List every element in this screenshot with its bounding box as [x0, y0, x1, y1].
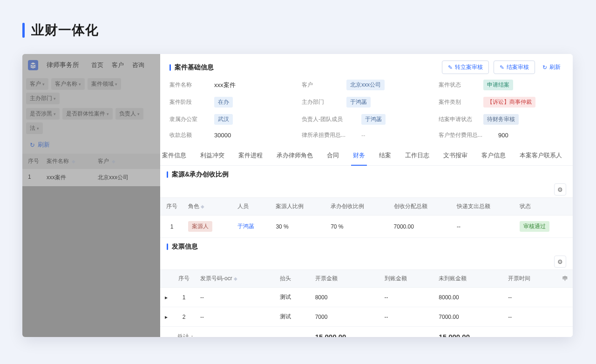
inv-cell-invno: --: [196, 307, 275, 327]
ratio-th-handle: 承办创收比例: [326, 198, 389, 216]
inv-cell-invno: --: [196, 288, 275, 307]
inv-cell-unreceived: 7000.00: [434, 307, 503, 327]
nav-customer[interactable]: 客户: [112, 61, 124, 69]
ratio-cell-role: 案源人: [188, 221, 212, 232]
inv-th-expand: [160, 270, 172, 288]
brand-name: 律师事务所: [47, 61, 79, 69]
inv-th-seq: 序号: [172, 270, 196, 288]
section-title-basic: 案件基础信息: [169, 63, 214, 72]
left-refresh-label: 刷新: [38, 141, 50, 149]
label-office: 隶属办公室: [169, 115, 206, 123]
val-dept[interactable]: 于鸿菡: [346, 97, 371, 108]
sort-icon: ◆: [201, 204, 204, 209]
gear-icon: ⚙: [557, 186, 563, 193]
right-panel: 案件基础信息 ✎ 转立案审核 ✎ 结案审核 ↻ 刷新: [160, 54, 573, 337]
val-total-recv: 30000: [214, 132, 231, 139]
ratio-th-role[interactable]: 角色◆: [183, 198, 233, 216]
tabs-row: 案件信息 利益冲突 案件进程 承办律师角色 合同 财务 结案 工作日志 文书报审…: [160, 146, 573, 166]
mini-th-cust[interactable]: 客户◆: [98, 157, 155, 165]
mini-table-row[interactable]: 1 xxx案件 北京xxx公司: [22, 169, 160, 186]
tab-worklog[interactable]: 工作日志: [403, 146, 431, 165]
close-review-button[interactable]: ✎ 结案审核: [494, 61, 535, 74]
val-category: 【诉讼】商事仲裁: [483, 97, 535, 108]
sort-icon: ◆: [112, 159, 115, 164]
inv-total-received: --: [380, 327, 434, 337]
ratio-cell-seq: 1: [160, 216, 183, 238]
ratio-cell-status: 审核通过: [520, 221, 549, 232]
tab-doc-review[interactable]: 文书报审: [441, 146, 469, 165]
sort-icon: ◆: [72, 159, 75, 164]
ratio-cell-src: 30 %: [271, 216, 326, 238]
filter-dept[interactable]: 主办部门: [26, 93, 60, 104]
left-refresh[interactable]: ↻ 刷新: [22, 136, 160, 154]
invoice-table: 序号 发票号码-ocr◆ 抬头 开票金额 到账金额 未到账金额 开票时间 申 ▸…: [160, 270, 573, 337]
val-office: 武汉: [214, 114, 233, 125]
mini-th-name[interactable]: 案件名称◆: [47, 157, 98, 165]
tab-finance[interactable]: 财务: [351, 146, 367, 165]
invoice-settings-button[interactable]: ⚙: [554, 256, 566, 268]
inv-cell-seq: 1: [172, 288, 196, 307]
ratio-th-src: 案源人比例: [271, 198, 326, 216]
mini-th-seq: 序号: [28, 157, 47, 165]
inv-cell-title: 测试: [275, 288, 311, 307]
invoice-total-row: 总计： 15,000.00 -- 15,000.00: [160, 327, 573, 337]
val-stage: 在办: [214, 97, 233, 108]
pencil-icon: ✎: [448, 64, 453, 71]
ratio-th-person: 人员: [233, 198, 271, 216]
transfer-review-button[interactable]: ✎ 转立案审核: [442, 61, 489, 74]
val-client-fee: 900: [498, 132, 508, 139]
filter-customer[interactable]: 客户: [26, 78, 48, 90]
filter-owner[interactable]: 负责人: [115, 108, 143, 120]
invoice-row[interactable]: ▸ 2 -- 测试 7000 -- 7000.00 --: [160, 307, 573, 327]
filter-group-case[interactable]: 是否群体性案件: [62, 108, 113, 120]
section-title-invoice: 发票信息: [167, 243, 573, 251]
transfer-review-label: 转立案审核: [455, 63, 483, 71]
tab-contacts[interactable]: 本案客户联系人: [518, 146, 564, 165]
tab-case-info[interactable]: 案件信息: [160, 146, 188, 165]
inv-th-time: 开票时间: [503, 270, 558, 288]
inv-th-title: 抬头: [275, 270, 311, 288]
tab-progress[interactable]: 案件进程: [237, 146, 264, 165]
inv-total-label: 总计：: [177, 333, 195, 337]
inv-th-amount: 开票金额: [311, 270, 380, 288]
brand-icon: [28, 60, 38, 70]
ratio-cell-express: --: [452, 216, 515, 238]
ratio-row[interactable]: 1 案源人 于鸿菡 30 % 70 % 7000.00 -- 审核通过: [160, 216, 573, 238]
inv-cell-received: --: [380, 288, 434, 307]
label-category: 案件类别: [439, 98, 475, 106]
val-customer[interactable]: 北京xxx公司: [346, 80, 385, 90]
tab-conflict[interactable]: 利益冲突: [198, 146, 226, 165]
filter-law[interactable]: 法: [26, 122, 43, 134]
expand-caret-icon[interactable]: ▸: [160, 288, 172, 307]
nav-home[interactable]: 首页: [91, 61, 103, 69]
left-panel: 律师事务所 首页 客户 咨询 客户 客户名称 案件领域 主办部门 是否涉黑 是否…: [22, 54, 160, 337]
label-dept: 主办部门: [302, 98, 338, 106]
detail-refresh-button[interactable]: ↻ 刷新: [540, 61, 563, 74]
ratio-th-seq: 序号: [160, 198, 183, 216]
inv-th-invno[interactable]: 发票号码-ocr◆: [196, 270, 275, 288]
pencil-icon: ✎: [500, 64, 504, 71]
filter-case-domain[interactable]: 案件领域: [88, 78, 121, 90]
filter-shehei[interactable]: 是否涉黑: [26, 108, 60, 120]
inv-cell-amount: 8000: [311, 288, 380, 307]
nav-consult[interactable]: 咨询: [132, 61, 144, 69]
expand-caret-icon[interactable]: ▸: [160, 307, 172, 327]
val-firm-fee: --: [361, 132, 366, 139]
invoice-row[interactable]: ▸ 1 -- 测试 8000 -- 8000.00 --: [160, 288, 573, 307]
refresh-icon: ↻: [542, 64, 547, 71]
ratio-cell-person[interactable]: 于鸿菡: [237, 223, 254, 229]
tab-customer-info[interactable]: 客户信息: [480, 146, 508, 165]
val-owner[interactable]: 于鸿菡: [361, 114, 386, 125]
tab-lawyer-role[interactable]: 承办律师角色: [275, 146, 315, 165]
mini-row-cust: 北京xxx公司: [98, 174, 155, 182]
tab-contract[interactable]: 合同: [325, 146, 341, 165]
tab-closed[interactable]: 结案: [377, 146, 393, 165]
inv-th-apply: 申: [558, 270, 573, 288]
ratio-th-alloc: 创收分配总额: [389, 198, 452, 216]
label-status: 案件状态: [439, 81, 475, 89]
filter-customer-name[interactable]: 客户名称: [51, 78, 85, 90]
title-accent: [22, 23, 25, 38]
ratio-settings-button[interactable]: ⚙: [554, 183, 566, 195]
inv-total-amount: 15,000.00: [311, 327, 380, 337]
ratio-cell-alloc: 7000.00: [389, 216, 452, 238]
